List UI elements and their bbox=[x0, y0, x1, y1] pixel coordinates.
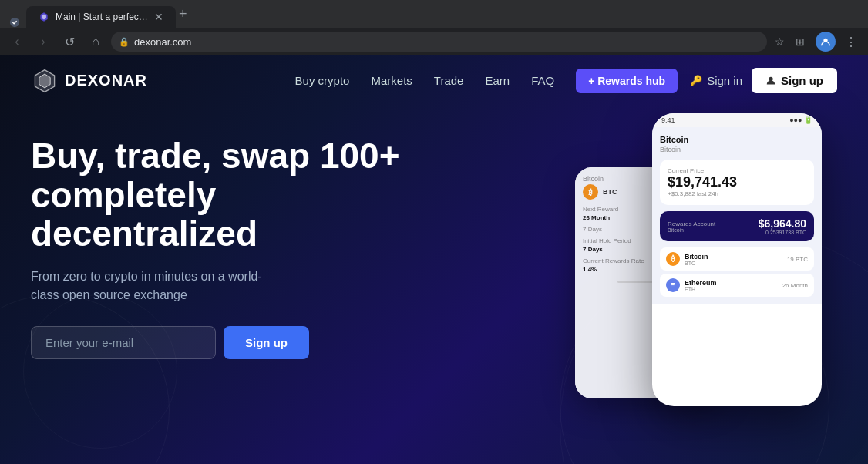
lock-icon: 🔒 bbox=[119, 37, 130, 47]
nav-buy-crypto[interactable]: Buy crypto bbox=[295, 74, 350, 87]
phone-btc-ticker: Bitcoin bbox=[660, 146, 814, 153]
extensions-button[interactable]: ⊞ bbox=[789, 31, 811, 52]
sign-in-link[interactable]: 🔑 Sign in bbox=[690, 74, 742, 87]
extension-buttons: ⊞ bbox=[789, 31, 811, 52]
nav-links: Buy crypto Markets Trade Earn FAQ bbox=[295, 74, 555, 87]
nav-logo-text: DEXONAR bbox=[65, 72, 147, 89]
browser-menu-button[interactable]: ⋮ bbox=[840, 31, 862, 52]
email-input[interactable] bbox=[31, 326, 216, 359]
nav-trade[interactable]: Trade bbox=[434, 74, 464, 87]
address-bar[interactable]: 🔒 dexonar.com bbox=[111, 32, 767, 52]
hero-title: Buy, trade, swap 100+ completely decentr… bbox=[31, 136, 416, 254]
phone-mockup-area: Bitcoin ₿ BTC Next Reward 26 Month 7 Day… bbox=[567, 106, 837, 429]
url-text: dexonar.com bbox=[134, 36, 191, 48]
reload-button[interactable]: ↺ bbox=[59, 31, 80, 52]
hero-form: Sign up bbox=[31, 326, 416, 359]
key-icon: 🔑 bbox=[690, 75, 702, 86]
phone-main: 9:41 ●●● 🔋 Bitcoin Bitcoin Current Price… bbox=[652, 113, 822, 406]
phone-coin-btc: ₿ Bitcoin BTC 19 BTC bbox=[660, 247, 814, 271]
nav-actions: 🔑 Sign in Sign up bbox=[690, 68, 837, 93]
nav-logo[interactable]: DEXONAR bbox=[31, 67, 147, 95]
phone-coin-rows: ₿ Bitcoin BTC 19 BTC Ξ Ethereum ETH bbox=[660, 247, 814, 297]
tab-title: Main | Start a perfect journey bbox=[56, 12, 148, 22]
rewards-hub-button[interactable]: + Rewards hub bbox=[576, 69, 678, 93]
hero-signup-button[interactable]: Sign up bbox=[224, 326, 309, 359]
phone-status-bar: 9:41 ●●● 🔋 bbox=[652, 113, 822, 127]
eth-icon: Ξ bbox=[666, 278, 680, 292]
signup-label: Sign up bbox=[781, 74, 823, 87]
btc-icon: ₿ bbox=[666, 252, 680, 266]
phone-bitcoin-label: Bitcoin bbox=[660, 135, 814, 144]
phone-coin-eth: Ξ Ethereum ETH 26 Month bbox=[660, 274, 814, 297]
website: DEXONAR Buy crypto Markets Trade Earn FA… bbox=[0, 55, 868, 464]
hero-section: Buy, trade, swap 100+ completely decentr… bbox=[0, 106, 868, 359]
phone-reward-sub: 0.25391738 BTC bbox=[759, 230, 806, 235]
phone-price-change: +$0.3,882 last 24h bbox=[668, 190, 806, 197]
forward-button[interactable]: › bbox=[32, 31, 54, 52]
user-icon bbox=[765, 76, 776, 86]
browser-favicon bbox=[6, 17, 23, 28]
phone-time: 9:41 bbox=[661, 116, 675, 124]
signin-label: Sign in bbox=[707, 74, 742, 87]
logo-icon bbox=[31, 67, 59, 95]
browser-toolbar: ‹ › ↺ ⌂ 🔒 dexonar.com ☆ ⊞ ⋮ bbox=[0, 28, 868, 55]
svg-marker-5 bbox=[39, 74, 50, 88]
nav-faq[interactable]: FAQ bbox=[531, 74, 554, 87]
hero-content: Buy, trade, swap 100+ completely decentr… bbox=[31, 121, 416, 359]
home-button[interactable]: ⌂ bbox=[85, 31, 106, 52]
tab-favicon bbox=[39, 12, 49, 22]
phone-reward-amount: $6,964.80 bbox=[759, 217, 806, 230]
phone-price: $19,741.43 bbox=[668, 174, 806, 190]
nav-markets[interactable]: Markets bbox=[371, 74, 412, 87]
back-button[interactable]: ‹ bbox=[6, 31, 28, 52]
tab-close-icon[interactable]: ✕ bbox=[154, 11, 163, 23]
phone-price-card: Current Price $19,741.43 +$0.3,882 last … bbox=[660, 160, 814, 205]
phone-reward-card: Rewards Account Bitcoin $6,964.80 0.2539… bbox=[660, 211, 814, 241]
sign-up-button[interactable]: Sign up bbox=[752, 68, 837, 93]
navbar: DEXONAR Buy crypto Markets Trade Earn FA… bbox=[0, 55, 868, 106]
bookmark-button[interactable]: ☆ bbox=[775, 35, 785, 48]
tab-bar: Main | Start a perfect journey ✕ + bbox=[0, 0, 868, 28]
phone-signal-icons: ●●● 🔋 bbox=[789, 116, 812, 124]
browser-chrome: Main | Start a perfect journey ✕ + ‹ › ↺… bbox=[0, 0, 868, 55]
profile-button[interactable] bbox=[816, 32, 836, 52]
hero-subtitle: From zero to crypto in minutes on a worl… bbox=[31, 267, 278, 304]
nav-earn[interactable]: Earn bbox=[485, 74, 510, 87]
new-tab-button[interactable]: + bbox=[179, 6, 187, 22]
active-tab[interactable]: Main | Start a perfect journey ✕ bbox=[26, 6, 176, 28]
